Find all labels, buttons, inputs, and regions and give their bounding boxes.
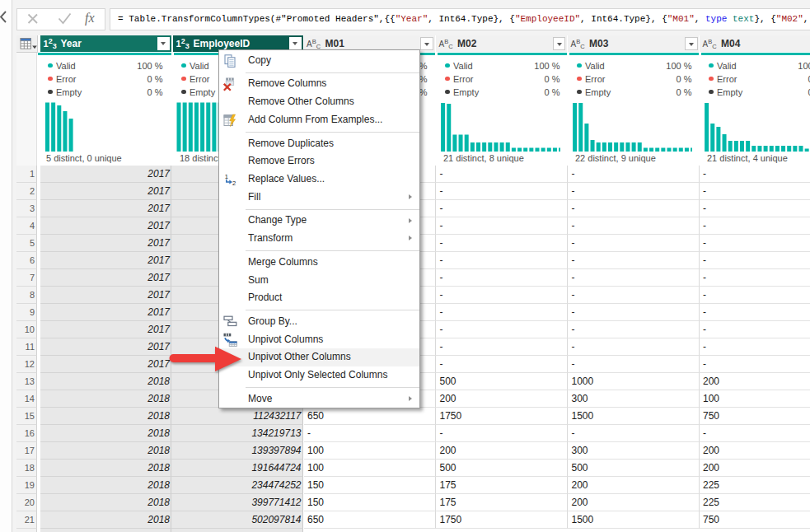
svg-text:1: 1 xyxy=(224,173,227,180)
svg-text:2: 2 xyxy=(232,179,236,186)
